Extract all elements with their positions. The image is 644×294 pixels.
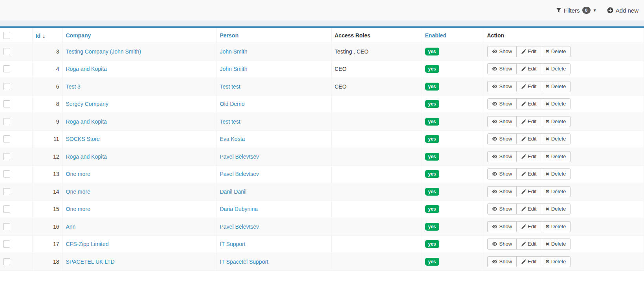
row-select-cell	[0, 183, 32, 201]
sort-link-enabled[interactable]: Enabled	[425, 32, 446, 39]
company-link[interactable]: Ann	[66, 224, 76, 230]
row-enabled-cell: yes	[422, 113, 484, 131]
edit-button[interactable]: Edit	[516, 46, 541, 57]
edit-button[interactable]: Edit	[516, 63, 541, 74]
person-link[interactable]: John Smith	[220, 66, 248, 72]
delete-button[interactable]: ✖ Delete	[541, 116, 571, 127]
show-button[interactable]: Show	[487, 203, 517, 214]
company-link[interactable]: One more	[66, 189, 90, 195]
show-button-label: Show	[499, 153, 512, 160]
row-checkbox[interactable]	[3, 100, 10, 107]
delete-button[interactable]: ✖ Delete	[541, 63, 571, 74]
company-link[interactable]: Testing Company (John Smith)	[66, 48, 141, 55]
delete-button[interactable]: ✖ Delete	[541, 98, 571, 109]
edit-button[interactable]: Edit	[516, 116, 541, 127]
show-button[interactable]: Show	[487, 186, 517, 197]
delete-button-label: Delete	[551, 136, 566, 142]
company-link[interactable]: Roga and Kopita	[66, 153, 107, 160]
row-checkbox[interactable]	[3, 223, 10, 230]
row-enabled-cell: yes	[422, 148, 484, 166]
delete-button[interactable]: ✖ Delete	[541, 186, 571, 197]
person-link[interactable]: Danil Danil	[220, 189, 247, 195]
action-button-group: Show Edit ✖ Delete	[487, 203, 571, 214]
row-checkbox[interactable]	[3, 118, 10, 125]
company-link[interactable]: CFS-Zipp Limited	[66, 241, 109, 247]
row-company-cell: Ann	[62, 218, 217, 236]
row-checkbox[interactable]	[3, 240, 10, 248]
show-button[interactable]: Show	[487, 63, 517, 74]
row-checkbox[interactable]	[3, 135, 10, 142]
sort-link-person[interactable]: Person	[220, 32, 239, 39]
edit-button[interactable]: Edit	[516, 168, 541, 179]
edit-button[interactable]: Edit	[516, 239, 541, 250]
edit-button[interactable]: Edit	[516, 133, 541, 144]
delete-button[interactable]: ✖ Delete	[541, 203, 571, 214]
show-button[interactable]: Show	[487, 81, 517, 92]
edit-button[interactable]: Edit	[516, 81, 541, 92]
show-button[interactable]: Show	[487, 116, 517, 127]
sort-link-company[interactable]: Company	[66, 32, 91, 39]
show-button[interactable]: Show	[487, 98, 517, 109]
company-link[interactable]: Roga and Kopita	[66, 66, 107, 72]
company-link[interactable]: Test 3	[66, 83, 81, 90]
person-link[interactable]: Pavel Belevtsev	[220, 171, 259, 177]
row-enabled-cell: yes	[422, 235, 484, 253]
delete-button[interactable]: ✖ Delete	[541, 239, 571, 250]
show-button[interactable]: Show	[487, 46, 517, 57]
delete-button[interactable]: ✖ Delete	[541, 168, 571, 179]
show-button[interactable]: Show	[487, 256, 517, 267]
row-checkbox[interactable]	[3, 258, 10, 265]
row-enabled-cell: yes	[422, 183, 484, 201]
delete-button[interactable]: ✖ Delete	[541, 221, 571, 232]
delete-button[interactable]: ✖ Delete	[541, 46, 571, 57]
edit-button[interactable]: Edit	[516, 98, 541, 109]
delete-button[interactable]: ✖ Delete	[541, 133, 571, 144]
enabled-badge: yes	[425, 170, 439, 178]
edit-button[interactable]: Edit	[516, 186, 541, 197]
add-new-button[interactable]: Add new	[607, 7, 638, 14]
company-link[interactable]: Roga and Kopita	[66, 118, 107, 125]
person-link[interactable]: Test test	[220, 83, 240, 90]
company-link[interactable]: Sergey Company	[66, 101, 108, 107]
x-icon: ✖	[545, 154, 549, 159]
company-link[interactable]: SOCKS Store	[66, 136, 100, 142]
show-button[interactable]: Show	[487, 221, 517, 232]
edit-button[interactable]: Edit	[516, 221, 541, 232]
row-checkbox[interactable]	[3, 153, 10, 160]
show-button[interactable]: Show	[487, 133, 517, 144]
person-link[interactable]: Pavel Belevtsev	[220, 224, 259, 230]
row-checkbox[interactable]	[3, 83, 10, 90]
person-link[interactable]: Daria Dubynina	[220, 206, 258, 212]
edit-button[interactable]: Edit	[516, 203, 541, 214]
row-checkbox[interactable]	[3, 170, 10, 178]
company-link[interactable]: One more	[66, 171, 90, 177]
row-checkbox[interactable]	[3, 65, 10, 72]
person-link[interactable]: John Smith	[220, 48, 248, 55]
sort-link-id[interactable]: Id	[36, 33, 40, 39]
row-checkbox[interactable]	[3, 188, 10, 195]
person-link[interactable]: Pavel Belevtsev	[220, 153, 259, 160]
show-button[interactable]: Show	[487, 239, 517, 250]
company-link[interactable]: SPACETEL UK LTD	[66, 259, 115, 265]
row-checkbox[interactable]	[3, 48, 10, 55]
person-link[interactable]: IT Spacetel Support	[220, 259, 268, 265]
delete-button[interactable]: ✖ Delete	[541, 256, 571, 267]
row-person-cell: Test test	[217, 113, 331, 131]
show-button[interactable]: Show	[487, 168, 517, 179]
edit-button[interactable]: Edit	[516, 256, 541, 267]
row-company-cell: SPACETEL UK LTD	[62, 253, 217, 271]
delete-button[interactable]: ✖ Delete	[541, 81, 571, 92]
show-button[interactable]: Show	[487, 151, 517, 162]
eye-icon	[492, 137, 497, 141]
delete-button[interactable]: ✖ Delete	[541, 151, 571, 162]
person-link[interactable]: Eva Kosta	[220, 136, 245, 142]
person-link[interactable]: Test test	[220, 118, 240, 125]
person-link[interactable]: Old Demo	[220, 101, 245, 107]
edit-button[interactable]: Edit	[516, 151, 541, 162]
company-link[interactable]: One more	[66, 206, 90, 212]
person-link[interactable]: IT Support	[220, 241, 246, 247]
filters-dropdown-toggle[interactable]: Filters 0 ▾	[556, 7, 596, 14]
select-all-checkbox[interactable]	[3, 32, 10, 39]
row-person-cell: Test test	[217, 78, 331, 96]
row-checkbox[interactable]	[3, 205, 10, 213]
